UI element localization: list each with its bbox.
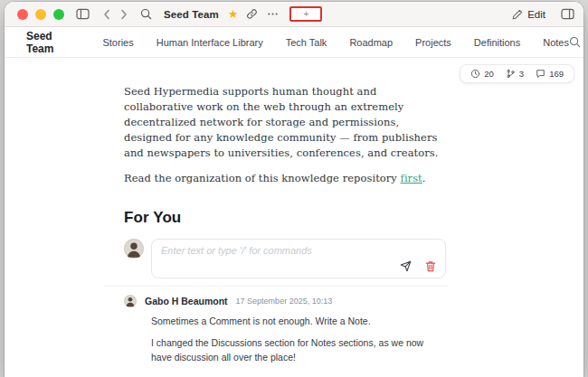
- document-stats-pill: 20 3 169: [460, 64, 574, 83]
- article-column: Seed Hypermedia supports human thought a…: [124, 84, 446, 377]
- nav-item-human-interface-library[interactable]: Human Interface Library: [156, 37, 263, 48]
- nav-search-icon[interactable]: [569, 36, 581, 48]
- comment-input-box[interactable]: [151, 239, 446, 278]
- comment-body: Sometimes a Comment is not enough. Write…: [151, 315, 446, 364]
- comment-composer: [124, 239, 446, 278]
- app-window: Seed Team ★ + Edit Seed T: [5, 2, 583, 377]
- nav-item-projects[interactable]: Projects: [415, 37, 451, 48]
- current-user-avatar: [124, 239, 144, 259]
- for-you-heading: For You: [124, 209, 446, 227]
- comment-header: Gabo H Beaumont 17 September 2025, 10:13: [124, 295, 446, 307]
- comment-bubble-icon: [536, 69, 545, 79]
- composer-actions: [161, 260, 436, 274]
- comment-input[interactable]: [161, 245, 436, 256]
- nav-item-stories[interactable]: Stories: [102, 37, 133, 48]
- comment-item: Gabo H Beaumont 17 September 2025, 10:13…: [124, 295, 446, 377]
- search-icon[interactable]: [140, 8, 152, 20]
- history-clock-icon: [470, 69, 480, 79]
- sidebar-toggle-icon[interactable]: [76, 8, 90, 20]
- document-content: 20 3 169 Seed Hypermedia supports human …: [5, 58, 583, 377]
- favorite-star-icon[interactable]: ★: [228, 8, 239, 20]
- versions-stat[interactable]: 3: [506, 69, 524, 79]
- comments-count: 169: [549, 69, 564, 79]
- edit-button[interactable]: Edit: [512, 9, 545, 20]
- comment-author-avatar[interactable]: [124, 295, 137, 307]
- paragraph-text: Read the organization of this knowledge …: [124, 172, 401, 184]
- new-tab-plus-icon: +: [304, 10, 309, 19]
- close-window-button[interactable]: [17, 9, 28, 20]
- copy-link-icon[interactable]: [246, 8, 258, 20]
- more-options-icon[interactable]: [267, 8, 279, 20]
- nav-items: Stories Human Interface Library Tech Tal…: [102, 37, 568, 48]
- forward-icon[interactable]: [120, 9, 128, 20]
- comments-stat[interactable]: 169: [536, 69, 564, 79]
- pencil-icon: [512, 9, 523, 20]
- new-tab-button[interactable]: +: [289, 6, 322, 22]
- history-count: 20: [484, 69, 494, 79]
- comment-paragraph: Sometimes a Comment is not enough. Write…: [151, 315, 446, 329]
- edit-label: Edit: [527, 9, 545, 20]
- section-divider: [104, 286, 448, 287]
- nav-item-tech-talk[interactable]: Tech Talk: [286, 37, 327, 48]
- comment-author-name[interactable]: Gabo H Beaumont: [145, 296, 228, 306]
- nav-item-definitions[interactable]: Definitions: [474, 37, 520, 48]
- article-paragraph: Seed Hypermedia supports human thought a…: [124, 84, 446, 161]
- back-icon[interactable]: [103, 9, 110, 20]
- article-paragraph: Read the organization of this knowledge …: [124, 171, 446, 186]
- comment-timestamp: 17 September 2025, 10:13: [236, 297, 333, 306]
- zoom-window-button[interactable]: [53, 9, 64, 20]
- first-link[interactable]: first: [401, 172, 422, 184]
- right-panel-toggle-icon[interactable]: [561, 8, 574, 20]
- titlebar: Seed Team ★ + Edit: [5, 2, 583, 27]
- versions-count: 3: [519, 69, 524, 79]
- window-title: Seed Team: [164, 9, 219, 20]
- site-name[interactable]: Seed Team: [26, 30, 53, 55]
- paragraph-text: .: [422, 172, 426, 184]
- comment-paragraph: I changed the Discussions section for No…: [151, 336, 446, 365]
- send-icon[interactable]: [400, 260, 412, 272]
- branch-icon: [506, 69, 516, 79]
- nav-item-notes[interactable]: Notes: [543, 37, 569, 48]
- minimize-window-button[interactable]: [35, 9, 46, 20]
- trash-icon[interactable]: [425, 260, 436, 272]
- nav-item-roadmap[interactable]: Roadmap: [349, 37, 393, 48]
- traffic-lights: [17, 9, 64, 20]
- site-navbar: Seed Team Stories Human Interface Librar…: [5, 27, 583, 58]
- history-stat[interactable]: 20: [470, 69, 494, 79]
